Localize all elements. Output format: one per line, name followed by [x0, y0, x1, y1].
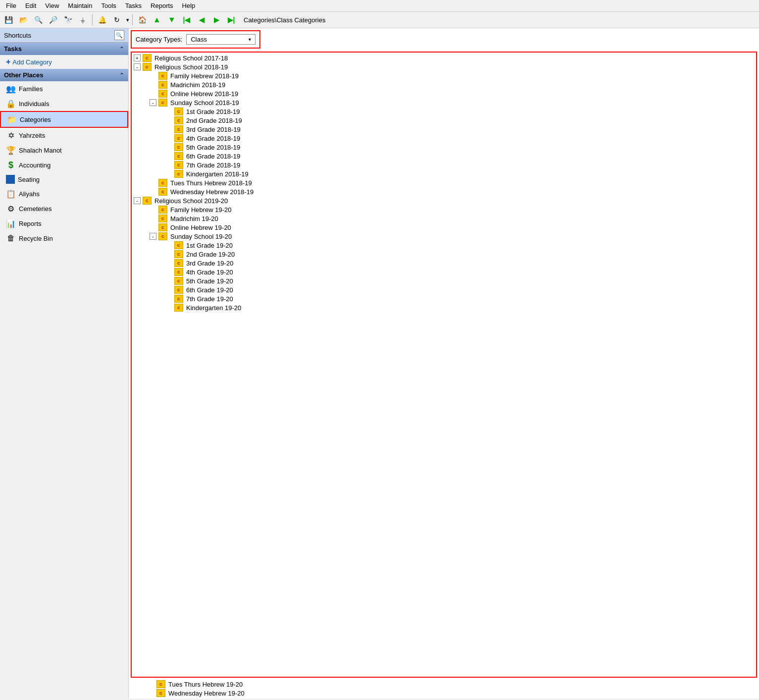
sidebar-item-recycle-bin[interactable]: 🗑 Recycle Bin — [0, 231, 128, 246]
tree-label-g5-2018: 5th Grade 2018-19 — [186, 144, 240, 151]
tree-item-mad2018[interactable]: C Madrichim 2018-19 — [133, 80, 755, 89]
menu-edit[interactable]: Edit — [21, 1, 40, 10]
find-button[interactable]: 🔍 — [32, 13, 45, 26]
tree-item-tue2018[interactable]: C Tues Thurs Hebrew 2018-19 — [133, 178, 755, 187]
menu-reports[interactable]: Reports — [147, 1, 177, 10]
tree-item-wed2018[interactable]: C Wednesday Hebrew 2018-19 — [133, 187, 755, 196]
expand-rel2018[interactable]: - — [134, 63, 141, 70]
tree-item-g7-2018[interactable]: C 7th Grade 2018-19 — [133, 161, 755, 169]
tree-item-g4-2018[interactable]: C 4th Grade 2018-19 — [133, 134, 755, 143]
category-type-value: Class — [191, 36, 245, 43]
tree-label-sun2018: Sunday School 2018-19 — [170, 99, 239, 107]
folder-icon-sun2018: C — [158, 99, 167, 107]
sidebar-item-cemeteries[interactable]: ⚙ Cemeteries — [0, 201, 128, 216]
tree-item-sun2019[interactable]: - C Sunday School 19-20 — [133, 232, 755, 241]
tree-item-onl2019[interactable]: C Online Hebrew 19-20 — [133, 223, 755, 232]
tree-item-tue2019[interactable]: C Tues Thurs Hebrew 19-20 — [131, 680, 757, 689]
tree-item-g6-2019[interactable]: C 6th Grade 19-20 — [133, 285, 755, 294]
sidebar-item-yahrzeits[interactable]: ✡ Yahrzeits — [0, 128, 128, 143]
aliyahs-icon: 📋 — [6, 189, 16, 199]
nav-last-button[interactable]: ▶| — [225, 13, 238, 26]
sidebar-item-accounting[interactable]: $ Accounting — [0, 158, 128, 172]
dropdown-arrow[interactable]: ▾ — [126, 17, 129, 23]
tree-item-g6-2018[interactable]: C 6th Grade 2018-19 — [133, 152, 755, 161]
home-button[interactable]: 🏠 — [136, 13, 149, 26]
tree-item-fam2018[interactable]: C Family Hebrew 2018-19 — [133, 71, 755, 80]
nav-prev-button[interactable]: ◀ — [195, 13, 208, 26]
binoculars-button[interactable]: 🔭 — [61, 13, 74, 26]
tree-item-g2-2019[interactable]: C 2nd Grade 19-20 — [133, 250, 755, 259]
sidebar-search-button[interactable]: 🔍 — [114, 30, 124, 40]
menu-tools[interactable]: Tools — [97, 1, 120, 10]
reports-label: Reports — [19, 220, 42, 227]
folder-icon-mad2019: C — [158, 215, 167, 222]
sidebar-item-aliyahs[interactable]: 📋 Aliyahs — [0, 186, 128, 201]
tree-item-wed2019[interactable]: C Wednesday Hebrew 19-20 — [131, 689, 757, 698]
breadcrumb: Categories\Class Categories — [244, 16, 325, 24]
tree-item-g1-2019[interactable]: C 1st Grade 19-20 — [133, 241, 755, 250]
folder-icon-g2-2018: C — [174, 116, 183, 124]
nav-down-button[interactable]: ▼ — [165, 13, 178, 26]
menu-maintain[interactable]: Maintain — [64, 1, 96, 10]
category-type-dropdown[interactable]: Class ▾ — [186, 34, 255, 45]
sidebar-item-individuals[interactable]: 🔒 Individuals — [0, 96, 128, 111]
tree-item-sun2018[interactable]: - C Sunday School 2018-19 — [133, 98, 755, 107]
tree-item-g3-2018[interactable]: C 3rd Grade 2018-19 — [133, 125, 755, 134]
spacer-tue2018 — [150, 179, 156, 186]
tree-item-onl2018[interactable]: C Online Hebrew 2018-19 — [133, 89, 755, 98]
tree-item-kg-2018[interactable]: C Kindergarten 2018-19 — [133, 169, 755, 178]
save-button[interactable]: 💾 — [2, 13, 15, 26]
tree-label-mad2019: Madrichim 19-20 — [170, 215, 218, 222]
expand-rel2017[interactable]: + — [134, 54, 141, 61]
tree-item-rel2017[interactable]: + C Religious School 2017-18 — [133, 54, 755, 62]
nav-next-button[interactable]: ▶ — [210, 13, 223, 26]
tree-item-rel2019[interactable]: - C Religious School 2019-20 — [133, 196, 755, 205]
other-places-section-header[interactable]: Other Places ⌃ — [0, 69, 128, 81]
sidebar-item-reports[interactable]: 📊 Reports — [0, 216, 128, 231]
tree-item-g3-2019[interactable]: C 3rd Grade 19-20 — [133, 259, 755, 268]
tree-item-fam2019[interactable]: C Family Hebrew 19-20 — [133, 205, 755, 214]
expand-rel2019[interactable]: - — [134, 197, 141, 204]
refresh-button[interactable]: ↻ — [110, 13, 123, 26]
tree-label-g1-2019: 1st Grade 19-20 — [186, 242, 233, 249]
tree-item-g5-2018[interactable]: C 5th Grade 2018-19 — [133, 143, 755, 152]
sidebar-item-families[interactable]: 👥 Families — [0, 81, 128, 96]
tree-item-g4-2019[interactable]: C 4th Grade 19-20 — [133, 268, 755, 276]
tree-item-g1-2018[interactable]: C 1st Grade 2018-19 — [133, 107, 755, 116]
tree-label-fam2018: Family Hebrew 2018-19 — [170, 72, 239, 80]
cemeteries-label: Cemeteries — [19, 205, 51, 213]
sidebar-item-categories[interactable]: 📁 Categories — [0, 111, 128, 128]
tree-label-g2-2018: 2nd Grade 2018-19 — [186, 117, 242, 124]
accounting-label: Accounting — [19, 162, 51, 169]
tree-container: + C Religious School 2017-18 - C Religio… — [131, 52, 757, 678]
menu-view[interactable]: View — [41, 1, 63, 10]
tasks-section-header[interactable]: Tasks ⌃ — [0, 43, 128, 55]
search2-button[interactable]: 🔎 — [47, 13, 59, 26]
tree-item-g5-2019[interactable]: C 5th Grade 19-20 — [133, 276, 755, 285]
alert-button[interactable]: 🔔 — [96, 13, 108, 26]
sidebar-item-shalach-manot[interactable]: 🏆 Shalach Manot — [0, 143, 128, 158]
folder-icon-sun2019: C — [158, 232, 167, 240]
menu-help[interactable]: Help — [178, 1, 200, 10]
expand-sun2019[interactable]: - — [150, 233, 156, 240]
expand-sun2018[interactable]: - — [150, 99, 156, 106]
spacer-kg-2018 — [165, 170, 172, 177]
open-button[interactable]: 📂 — [17, 13, 30, 26]
nav-first-button[interactable]: |◀ — [180, 13, 193, 26]
tree-label-kg-2018: Kindergarten 2018-19 — [186, 170, 249, 178]
sidebar-item-seating[interactable]: Seating — [0, 172, 128, 186]
add-category-button[interactable]: + Add Category — [0, 55, 128, 69]
spacer-g3-2018 — [165, 126, 172, 133]
menu-file[interactable]: File — [2, 1, 20, 10]
tree-item-rel2018[interactable]: - C Religious School 2018-19 — [133, 62, 755, 71]
filter-button[interactable]: ⏚ — [76, 13, 89, 26]
tree-item-kg-2019[interactable]: C Kindergarten 19-20 — [133, 303, 755, 312]
spacer-kg-2019 — [165, 304, 172, 311]
tree-item-mad2019[interactable]: C Madrichim 19-20 — [133, 214, 755, 223]
nav-up-button[interactable]: ▲ — [151, 13, 163, 26]
menu-tasks[interactable]: Tasks — [121, 1, 146, 10]
categories-label: Categories — [20, 116, 51, 123]
families-label: Families — [19, 85, 43, 93]
tree-item-g7-2019[interactable]: C 7th Grade 19-20 — [133, 294, 755, 303]
tree-item-g2-2018[interactable]: C 2nd Grade 2018-19 — [133, 116, 755, 125]
